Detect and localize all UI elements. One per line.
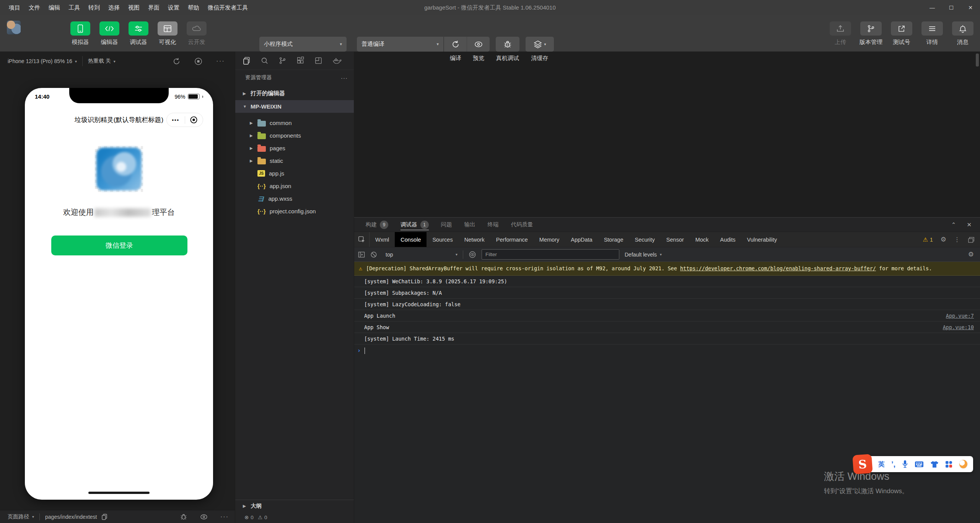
problems-status[interactable]: ⊗ 0 ⚠ 0	[235, 512, 354, 523]
live-expression-eye-icon[interactable]	[469, 251, 476, 258]
cloud-dev-toggle[interactable]: 云开发	[186, 21, 207, 46]
menu-view[interactable]: 视图	[124, 0, 144, 15]
scrollbar[interactable]	[976, 54, 979, 67]
microphone-icon[interactable]	[902, 460, 908, 468]
tab-output[interactable]: 输出	[458, 218, 482, 232]
debugger-toggle[interactable]: 调试器	[128, 21, 149, 46]
user-avatar[interactable]	[7, 21, 21, 34]
collapse-panel-icon[interactable]: ⌃	[951, 221, 956, 228]
maximize-button[interactable]: ☐	[942, 0, 961, 15]
tab-problems[interactable]: 问题	[435, 218, 458, 232]
ime-punctuation-icon[interactable]: ’,	[891, 460, 895, 469]
visualize-toggle[interactable]: 可视化	[157, 21, 178, 46]
extensions-icon[interactable]	[296, 57, 304, 65]
menu-wechat-devtools[interactable]: 微信开发者工具	[203, 0, 252, 15]
devtools-tab-sensor[interactable]: Sensor	[661, 232, 690, 247]
tab-build[interactable]: 构建 9	[360, 218, 394, 232]
explorer-more-icon[interactable]: ···	[341, 75, 348, 81]
menu-help[interactable]: 帮助	[184, 0, 203, 15]
devtools-tab-wxml[interactable]: Wxml	[370, 232, 395, 247]
clear-cache-button[interactable]: ▾	[526, 37, 554, 52]
search-icon[interactable]	[260, 57, 269, 65]
editor-layout-icon[interactable]	[314, 57, 322, 65]
warning-counter[interactable]: ⚠ 1	[923, 236, 933, 243]
menu-tools[interactable]: 工具	[64, 0, 84, 15]
log-levels-selector[interactable]: Default levels ▾	[625, 252, 662, 258]
details-button[interactable]: 详情	[921, 21, 943, 46]
more-options-icon[interactable]: ···	[216, 57, 225, 65]
editor-toggle[interactable]: 编辑器	[99, 21, 120, 46]
skin-shirt-icon[interactable]	[930, 461, 939, 468]
menu-edit[interactable]: 编辑	[44, 0, 64, 15]
devtools-tab-console[interactable]: Console	[395, 232, 427, 247]
tree-item-pages[interactable]: ▶ pages	[235, 142, 354, 154]
sidebar-toggle-icon[interactable]	[358, 252, 365, 258]
tab-code-quality[interactable]: 代码质量	[505, 218, 539, 232]
fox-assistant-icon[interactable]	[959, 460, 968, 469]
dock-side-icon[interactable]	[968, 237, 975, 243]
more-options-icon[interactable]: ···	[220, 513, 229, 520]
ime-language-toggle[interactable]: 英	[878, 460, 885, 469]
open-editors-section[interactable]: ▶ 打开的编辑器	[235, 87, 354, 100]
home-indicator[interactable]	[88, 492, 150, 494]
tree-item-app-json[interactable]: {··} app.json	[235, 180, 354, 192]
mode-select[interactable]: 小程序模式 ▾	[259, 37, 347, 52]
source-link[interactable]: App.vue:7	[946, 313, 974, 319]
context-selector[interactable]: top ▾	[383, 252, 457, 258]
menu-goto[interactable]: 转到	[84, 0, 104, 15]
tree-item-app-js[interactable]: JS app.js	[235, 167, 354, 180]
remote-debug-button[interactable]	[496, 37, 519, 52]
files-icon[interactable]	[243, 57, 251, 65]
source-control-icon[interactable]	[278, 57, 287, 65]
tree-item-app-wxss[interactable]: ヨ app.wxss	[235, 192, 354, 205]
wechat-login-button[interactable]: 微信登录	[51, 236, 187, 255]
devtools-tab-security[interactable]: Security	[629, 232, 660, 247]
simulator-toggle[interactable]: 模拟器	[70, 21, 91, 46]
menu-project[interactable]: 项目	[5, 0, 24, 15]
capsule-close-icon[interactable]	[185, 116, 203, 124]
gear-icon[interactable]: ⚙	[941, 236, 946, 244]
close-panel-icon[interactable]: ✕	[967, 221, 972, 228]
tree-item-static[interactable]: ▶ static	[235, 154, 354, 167]
devtools-tab-network[interactable]: Network	[459, 232, 490, 247]
tab-terminal[interactable]: 终端	[482, 218, 505, 232]
devtools-tab-mock[interactable]: Mock	[690, 232, 715, 247]
refresh-simulator-icon[interactable]	[173, 57, 181, 65]
docker-icon[interactable]	[332, 57, 342, 64]
devtools-tab-vulnerability[interactable]: Vulnerability	[741, 232, 783, 247]
version-control-button[interactable]: 版本管理	[860, 21, 882, 46]
menu-select[interactable]: 选择	[104, 0, 124, 15]
console-filter-input[interactable]	[482, 249, 619, 260]
stop-icon[interactable]	[194, 57, 202, 65]
console-prompt[interactable]: ›	[354, 344, 980, 357]
minimize-button[interactable]: —	[923, 0, 942, 15]
compile-button[interactable]	[444, 37, 467, 52]
tree-item-components[interactable]: ▶ components	[235, 129, 354, 142]
menu-interface[interactable]: 界面	[144, 0, 164, 15]
devtools-tab-audits[interactable]: Audits	[714, 232, 741, 247]
upload-button[interactable]: 上传	[829, 21, 851, 46]
warning-link[interactable]: https://developer.chrome.com/blog/enabli…	[680, 265, 876, 271]
menu-settings[interactable]: 设置	[164, 0, 184, 15]
compile-mode-select[interactable]: 普通编译 ▾	[357, 37, 443, 52]
device-selector[interactable]: iPhone 12/13 (Pro) 85% 16 ▾	[0, 58, 77, 64]
clear-console-icon[interactable]	[370, 251, 377, 258]
tree-item-project-config[interactable]: {··} project.config.json	[235, 205, 354, 218]
tab-debugger[interactable]: 调试器 1	[394, 218, 435, 232]
capsule-more-icon[interactable]: •••	[167, 117, 185, 123]
devtools-tab-storage[interactable]: Storage	[598, 232, 629, 247]
kebab-menu-icon[interactable]: ⋮	[954, 236, 960, 243]
preview-button[interactable]	[467, 37, 490, 52]
close-button[interactable]: ✕	[961, 0, 980, 15]
messages-button[interactable]: 消息	[952, 21, 974, 46]
source-link[interactable]: App.vue:10	[943, 324, 974, 330]
keyboard-icon[interactable]	[915, 461, 924, 468]
menu-file[interactable]: 文件	[24, 0, 44, 15]
devtools-tab-memory[interactable]: Memory	[534, 232, 565, 247]
debug-icon[interactable]	[180, 513, 187, 521]
inspect-element-icon[interactable]	[354, 232, 370, 247]
test-account-button[interactable]: 测试号	[890, 21, 913, 46]
devtools-tab-appdata[interactable]: AppData	[565, 232, 598, 247]
sogou-logo[interactable]: S	[852, 454, 873, 474]
toolbox-grid-icon[interactable]	[945, 461, 952, 468]
